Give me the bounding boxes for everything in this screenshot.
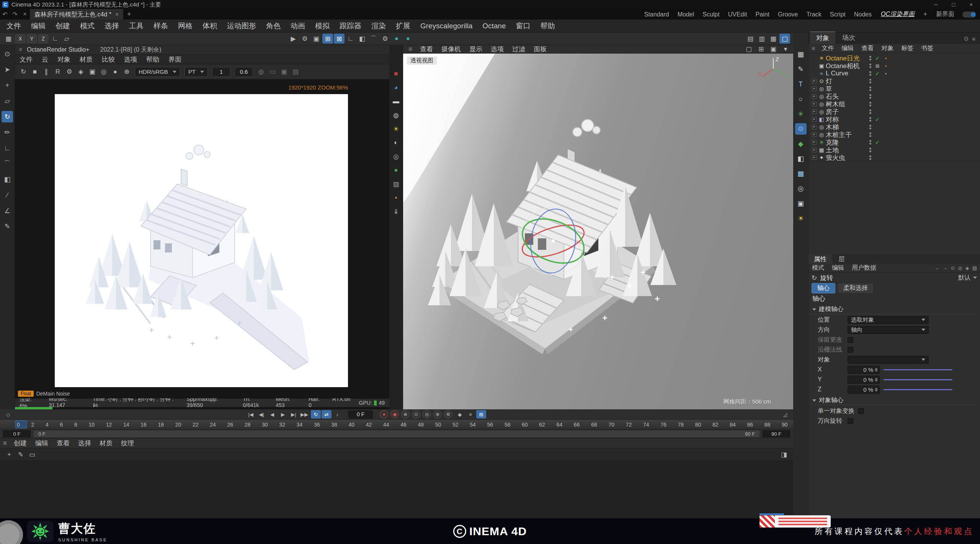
visibility-dots[interactable] xyxy=(867,71,873,76)
attributes-menu-item[interactable]: 用户数据 xyxy=(848,264,880,272)
prev-frame-button[interactable]: ◀ xyxy=(267,410,277,419)
kernel-gear-icon[interactable]: ⚙ xyxy=(64,67,75,77)
menu-item[interactable]: 编辑 xyxy=(26,20,51,32)
menu-item[interactable]: 跟踪器 xyxy=(335,20,366,32)
object-row[interactable]: ▣ Octane相机 ⊠ ▪ xyxy=(808,62,980,70)
workplane-mode-icon[interactable]: ∟ xyxy=(345,34,356,44)
tracks-icon[interactable]: ≡ xyxy=(466,410,475,419)
menu-item[interactable]: Greyscalegorilla xyxy=(415,20,477,32)
frame-tick[interactable]: 14 xyxy=(123,422,129,428)
coord-system-icon[interactable]: ∟ xyxy=(50,34,60,44)
attributes-menu-item[interactable]: 模式 xyxy=(808,264,828,272)
attribute-checkbox[interactable] xyxy=(848,347,853,353)
colorspace-dropdown[interactable]: HDR/sRGB xyxy=(135,67,180,77)
octane-close-icon[interactable]: × xyxy=(19,46,22,53)
viewport-toggle-icon[interactable]: ▢ xyxy=(743,44,754,54)
attribute-slider[interactable] xyxy=(884,369,952,370)
circle-spline-icon[interactable]: ○ xyxy=(795,93,807,105)
mirror-icon[interactable]: ◧ xyxy=(357,34,368,44)
frame-tick[interactable]: 90 xyxy=(782,422,788,428)
material-ball-icon[interactable]: ◕ xyxy=(391,83,401,93)
kernel-dropdown[interactable]: PT xyxy=(185,67,208,77)
document-tab[interactable]: 森林房子纯模型无上色.c4d * × xyxy=(30,9,123,20)
spline-pen-icon[interactable]: ✎ xyxy=(795,64,807,75)
visibility-dots[interactable] xyxy=(867,94,873,99)
attribute-dropdown[interactable]: 选取对象 xyxy=(848,316,929,324)
object-row[interactable]: + ◎ 木桩主干 xyxy=(808,131,980,138)
frame-tick[interactable]: 78 xyxy=(678,422,684,428)
layout-item[interactable]: Track xyxy=(802,11,825,18)
frame-tick[interactable]: 32 xyxy=(279,422,285,428)
pause-render-icon[interactable]: ∥ xyxy=(41,67,52,77)
viewport-canvas[interactable]: 透视视图 Z X Y 网格间距：500 cm xyxy=(403,54,793,409)
group-header[interactable]: 建模轴心 xyxy=(812,305,977,314)
viewport-menu-item[interactable]: 面板 xyxy=(530,45,550,54)
camera-icon[interactable]: ▣ xyxy=(795,198,807,209)
visibility-dots[interactable] xyxy=(867,140,873,145)
frame-tick[interactable]: 50 xyxy=(435,422,441,428)
snap-toggle[interactable]: ⊠ xyxy=(334,34,345,44)
simulate-icon[interactable]: ● xyxy=(391,34,402,44)
grid-toggle[interactable]: ⊞ xyxy=(322,34,333,44)
gear-icon[interactable]: ⚙ xyxy=(380,34,390,44)
axis-lock-button[interactable]: X xyxy=(15,34,25,43)
attribute-checkbox[interactable] xyxy=(858,408,864,414)
materials-menu-item[interactable]: 材质 xyxy=(96,439,116,448)
snapshot-camera-icon[interactable]: ▣ xyxy=(279,67,289,77)
text-icon[interactable]: T xyxy=(795,78,807,90)
menu-item[interactable]: 样条 xyxy=(149,20,173,32)
measure-icon[interactable]: ∠ xyxy=(2,205,13,217)
expand-icon[interactable]: + xyxy=(812,132,817,137)
record-rotation-toggle[interactable]: ◎ xyxy=(423,410,431,419)
next-frame-button[interactable]: ▶| xyxy=(289,410,299,419)
pen-icon[interactable]: ✎ xyxy=(2,221,13,232)
layout-item[interactable]: Standard xyxy=(640,11,673,18)
environment-icon[interactable]: ● xyxy=(391,165,401,175)
rotate-icon[interactable]: ↻ xyxy=(2,111,13,122)
frame-tick[interactable]: 68 xyxy=(591,422,597,428)
current-frame-field[interactable]: 0 F xyxy=(348,410,373,419)
frame-tick[interactable]: 36 xyxy=(314,422,320,428)
frame-tick[interactable]: 18 xyxy=(158,422,164,428)
menu-item[interactable]: 网格 xyxy=(173,20,198,32)
materials-menu-item[interactable]: 编辑 xyxy=(31,439,52,448)
restart-render-icon[interactable]: ↻ xyxy=(18,67,29,77)
interactive-render-button[interactable]: ▣ xyxy=(311,34,322,44)
plane-icon[interactable]: ▬ xyxy=(391,96,401,106)
timeline-resize-icon[interactable]: ◿ xyxy=(780,410,790,419)
go-to-end-button[interactable]: ▶▶ xyxy=(299,410,309,419)
frame-tick[interactable]: 48 xyxy=(418,422,424,428)
frame-tick[interactable]: 20 xyxy=(175,422,181,428)
maximize-button[interactable]: □ xyxy=(945,0,962,9)
tab-close-icon[interactable]: × xyxy=(115,11,119,18)
object-manager-menu-item[interactable]: 标签 xyxy=(898,44,917,52)
layout-item-active[interactable]: OC渲染界面 xyxy=(877,10,919,18)
frame-tick[interactable]: 56 xyxy=(487,422,493,428)
menu-item[interactable]: 创建 xyxy=(51,20,75,32)
viewport-label[interactable]: 透视视图 xyxy=(407,57,437,65)
menu-item[interactable]: 扩展 xyxy=(391,20,415,32)
menu-item[interactable]: 窗口 xyxy=(511,20,536,32)
minimize-button[interactable]: ─ xyxy=(927,0,945,9)
lock-resolution-icon[interactable]: ◈ xyxy=(75,67,86,77)
range-end-field[interactable]: 90 F xyxy=(763,430,790,437)
magnet-tool-icon[interactable]: ⌒ xyxy=(2,158,13,169)
scale-icon[interactable]: ▱ xyxy=(2,95,13,107)
prev-key-button[interactable]: ◀| xyxy=(256,410,266,419)
group-header[interactable]: 对象轴心 xyxy=(812,396,977,405)
frame-tick[interactable]: 24 xyxy=(210,422,216,428)
expand-icon[interactable]: + xyxy=(812,117,817,122)
visibility-dots[interactable] xyxy=(867,117,873,122)
record-keyframe-button[interactable]: ● xyxy=(380,410,388,419)
octane-menu-item[interactable]: 比较 xyxy=(97,55,119,64)
manager-tab[interactable]: 场次 xyxy=(836,32,861,44)
visibility-dots[interactable] xyxy=(867,79,873,83)
focus-picker-icon[interactable]: ⊕ xyxy=(121,67,132,77)
octane-menu-item[interactable]: 文件 xyxy=(15,55,37,64)
object-row[interactable]: + ⊙ 灯 xyxy=(808,77,980,85)
record-position-toggle[interactable]: ⊕ xyxy=(401,410,410,419)
attribute-slider[interactable] xyxy=(884,379,952,380)
frame-tick[interactable]: 58 xyxy=(505,422,511,428)
pin-icon[interactable]: ◎ xyxy=(958,265,962,271)
object-row[interactable]: + ◧ 对称 ✓ xyxy=(808,116,980,123)
